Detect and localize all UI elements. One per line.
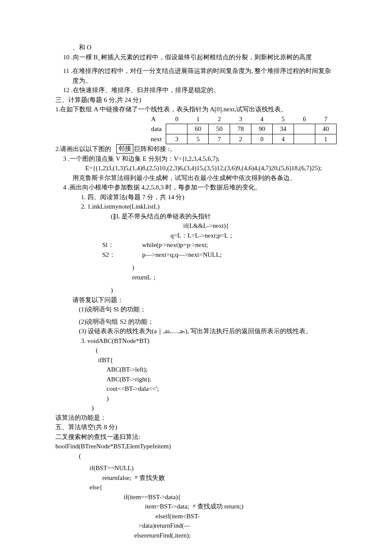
header-cell: 2 [209,114,230,124]
code-brace: ) [55,263,337,273]
function-desc: 该算法的功能是： [55,413,337,423]
header-cell: 6 [294,114,315,124]
code-brace: ) [55,394,337,404]
table-cell: 50 [209,124,230,134]
table-cell: 2 [230,134,251,144]
table-cell [294,134,315,144]
header-cell: 4 [251,114,273,124]
table-row: next 3 5 7 2 0 4 1 [141,134,337,144]
section-5-sub: 二叉搜索树的查找一递归算法: [55,432,337,442]
table-cell: 5 [187,134,209,144]
answer-prompt: 请答复以下问题： [55,295,337,305]
code-line: ifBT{ [55,355,337,365]
func-sig: boolFind(BTreeNode*BST,ElemTypefeitem) [55,442,337,451]
table-cell: 40 [315,124,336,134]
answer-3: (3) 设链表表示的线性表为(a｜,a₂,…,aₙ), 写出算法执行后的返回值所… [55,326,337,336]
code-brace: ) [55,403,337,413]
question-11: 11 .在堆排序的过程中，对任一分支结点进展筛运算的时间复杂度为, 整个堆排序过… [55,66,337,85]
answer-2: (2)说明语句组 S2 的功能； [55,317,337,327]
table-cell: 7 [209,134,230,144]
table-cell: 3 [166,134,187,144]
spacer [55,62,337,66]
row-label: data [141,124,166,134]
s2-label: S2： [102,250,141,260]
section-3-title: 三、计算题(每题 6 分,共 24 分) [55,95,337,105]
section-4-n1: 1. 四、阅读算法(每题 7 分，共 14 分) [55,192,337,202]
table-cell: 78 [230,124,251,134]
code-line: >data)returnFind(— [55,521,337,531]
code-line: item=BST->data; 〃查找成功 return;) [55,502,337,511]
table-cell [294,124,315,134]
code-brace: ( [55,451,337,461]
s2-code: p—>next=q;q—>next=NULL; [142,251,222,258]
spacer [55,282,337,285]
code-line-s1: Sl： while(p·>next)p=p·>next; [55,240,337,250]
code-line: elsereturnFind(,itern); [55,531,337,540]
header-cell: 5 [273,114,294,124]
header-cell: 1 [187,114,209,124]
question-12: 12 .在快速排序、堆排序、归并排序中，排序是稳定的。 [55,85,337,95]
code-line: cout<<BT->dala<<'; [55,384,337,394]
q3-2-box: 邻接 [116,144,133,154]
table-cell: 90 [251,124,273,134]
q3-3-l2: E={(1,2)3,(1,3)5,(1,4)8,(2,5)10,(2,3)6,(… [55,163,337,173]
table-cell: 0 [251,134,273,144]
section-4-n3: 3. voidABC(BTNode*BT) [55,336,337,346]
spacer [55,259,337,263]
code-line: ABC(BT->right); [55,375,337,384]
code-line: if(L&&L->next){ [55,221,337,231]
table-cell [166,124,187,134]
section-5-title: 五、算法填空(共 8 分) [55,422,337,432]
code-return: returnL； [55,273,337,282]
code-line-s2: S2： p—>next=q;q—>next=NULL; [55,250,337,260]
table-cell: 60 [187,124,209,134]
table-header-row: A 0 1 2 3 4 5 6 7 [141,114,337,124]
q3-3-l1: 3 .一个图的顶点集 V 和边集 E 分别为：V={l,2,3,4,5,6,7)… [55,154,337,164]
q3-2-suffix: 巨阵和邻接 :。 [134,144,176,154]
header-cell: 3 [230,114,251,124]
code-brace: ( [55,346,337,355]
code-brace: ) [55,285,337,295]
code-line: elseif(item<BST- [55,511,337,521]
q3-2-prefix: 2.请画出以以下图的 [55,144,111,154]
section-4-n2: 2. 1.inkListmynote(LinkListL) [55,202,337,212]
code-line: if(BST==NULL) [55,463,337,473]
s1-label: Sl： [102,240,141,250]
table-row: data 60 50 78 90 34 40 [141,124,337,134]
table-cell: 4 [273,134,294,144]
answer-1: (1)说明语句 Sl 的功能； [55,305,337,314]
table-cell: 34 [273,124,294,134]
code-line: q=L：L=L->next;p=L； [55,231,337,241]
code-line: ABC(BT->left); [55,365,337,375]
row-label: next [141,134,166,144]
array-table: A 0 1 2 3 4 5 6 7 data 60 50 78 90 34 40… [141,114,337,145]
table-cell: 1 [315,134,336,144]
q3-2-line: 2.请画出以以下图的 邻接 巨阵和邻接 :。 [55,144,337,154]
code-line: else{ [55,482,337,492]
header-cell: A [141,114,166,124]
q3-4: 4 .画出向小根堆中参加数据 4,2,5,8,3 时，每参加一个数据后堆的变化。 [55,183,337,192]
q3-3-l3: 用克鲁斯卡尔算法得到最小生成树，试写出在最小生成树中依次得到的各条边。 [55,173,337,183]
question-10: 10 .向一棵 B_树插入元素的过程中，假设最终引起树根结点的分裂，则新树比原树… [55,52,337,62]
code-line: if(item==BST->data){ [55,492,337,502]
code-comment: (∥L 是不带头结点的单链表的头指针 [55,212,337,221]
header-cell: 0 [166,114,187,124]
code-line: returnfalse; 〃查找失败 [55,473,337,483]
header-cell: 7 [315,114,336,124]
q3-1-text: 1.在如下数组 A 中链接存储了一个线性表，表头指针为 A[0].next,试写… [55,105,337,114]
fragment-text: 、和 O [55,43,337,52]
s1-code: while(p·>next)p=p·>next; [142,241,208,248]
